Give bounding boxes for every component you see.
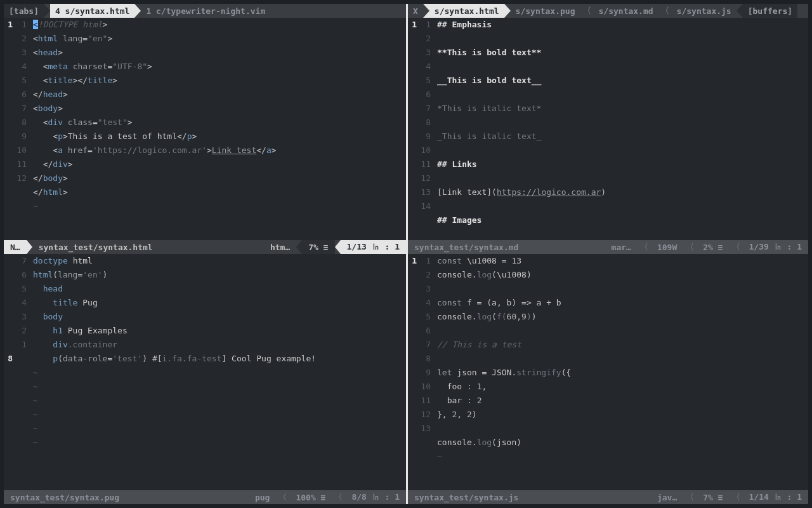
status-position: 1/39 ㏑ : 1 [743,240,808,254]
separator-icon: 〈 [683,241,697,253]
chevron-right-icon [44,4,50,18]
chevron-right-icon [504,4,511,18]
gutter: 1234567891011121314 [419,18,437,240]
editor-md[interactable]: 1 1234567891011121314 ## Emphasis **This… [408,18,808,240]
statusline-br: syntax_test/syntax.js jav… 〈 7% ≡ 〈 1/14… [408,490,808,504]
code-lines: <!DOCTYPE html><html lang="en"><head> <m… [33,18,406,240]
separator-icon: 〈 [638,241,651,253]
tabbar-right: X s/syntax.html s/syntax.pug 〈 s/syntax.… [408,4,808,18]
status-position: 1/14 ㏑ : 1 [743,490,808,504]
separator-icon [27,240,32,254]
code-lines: ## Emphasis **This is bold text** __This… [437,18,808,240]
chevron-left-icon: 〈 [658,5,672,17]
gutter: 12345678910111213 [419,254,437,490]
tabbar-left: [tabs] 4 s/syntax.html 1 c/typewriter-ni… [4,4,406,18]
status-filetype: pug [249,490,276,504]
pane-top-right: X s/syntax.html s/syntax.pug 〈 s/syntax.… [406,4,808,254]
tabbar-label: [tabs] [4,4,44,18]
status-percent: 100% ≡ [289,490,332,504]
status-wordcount: 109W [651,240,683,254]
status-percent: 2% ≡ [697,240,729,254]
separator-icon: 〈 [683,491,697,503]
chevron-left-icon: 〈 [580,5,594,17]
separator-icon: 〈 [730,491,743,503]
status-position: 1/13 ㏑ : 1 [341,240,406,254]
tab-syntax-html[interactable]: 4 s/syntax.html [50,4,134,18]
tab-typewriter-night[interactable]: 1 c/typewriter-night.vim [141,4,270,18]
status-filetype: mar… [605,240,638,254]
editor-js[interactable]: 1 12345678910111213 const \u1008 = 13con… [408,254,808,490]
gutter: 123456789101112 [15,18,33,240]
status-position: 8/8 ㏑ : 1 [345,490,406,504]
tab-syntax-js[interactable]: s/syntax.js [672,4,737,18]
status-percent: 7% ≡ [302,240,334,254]
status-filetype: jav… [651,490,683,504]
tab-syntax-html[interactable]: s/syntax.html [429,4,504,18]
status-path: syntax_test/syntax.pug [4,490,126,504]
status-path: syntax_test/syntax.md [408,240,525,254]
status-path: syntax_test/syntax.html [32,240,159,254]
tab-close[interactable]: X [408,4,423,18]
separator-icon [296,240,302,254]
tab-syntax-md[interactable]: s/syntax.md [594,4,658,18]
editor-pug[interactable]: 8 7654321 doctype htmlhtml(lang='en') he… [4,254,406,490]
gutter-main: 8 [4,254,15,490]
gutter-main: 1 [408,254,419,490]
tab-syntax-pug[interactable]: s/syntax.pug [511,4,580,18]
pane-top-left: [tabs] 4 s/syntax.html 1 c/typewriter-ni… [4,4,406,254]
statusline-tl: N… syntax_test/syntax.html htm… 7% ≡ 1/1… [4,240,406,254]
status-percent: 7% ≡ [697,490,729,504]
gutter-main: 1 [4,18,15,240]
status-filetype: htm… [264,240,296,254]
code-lines: doctype htmlhtml(lang='en') head title P… [33,254,406,490]
mode-indicator: N… [4,240,27,254]
separator-icon: 〈 [332,491,345,503]
separator-icon: 〈 [730,241,743,253]
separator-icon [335,240,341,254]
chevron-right-icon [423,4,429,18]
separator-icon: 〈 [276,491,289,503]
status-path: syntax_test/syntax.js [408,490,525,504]
pane-bottom-right: 1 12345678910111213 const \u1008 = 13con… [406,254,808,504]
chevron-left-icon [737,4,743,18]
statusline-bl: syntax_test/syntax.pug pug 〈 100% ≡ 〈 8/… [4,490,406,504]
tabbar-label: [buffers] [743,4,797,18]
editor-html[interactable]: 1 123456789101112 <!DOCTYPE html><html l… [4,18,406,240]
gutter: 7654321 [15,254,33,490]
code-lines: const \u1008 = 13console.log(\u1008) con… [437,254,808,490]
pane-bottom-left: 8 7654321 doctype htmlhtml(lang='en') he… [4,254,406,504]
chevron-right-icon [134,4,141,18]
statusline-tr: syntax_test/syntax.md mar… 〈 109W 〈 2% ≡… [408,240,808,254]
gutter-main: 1 [408,18,419,240]
